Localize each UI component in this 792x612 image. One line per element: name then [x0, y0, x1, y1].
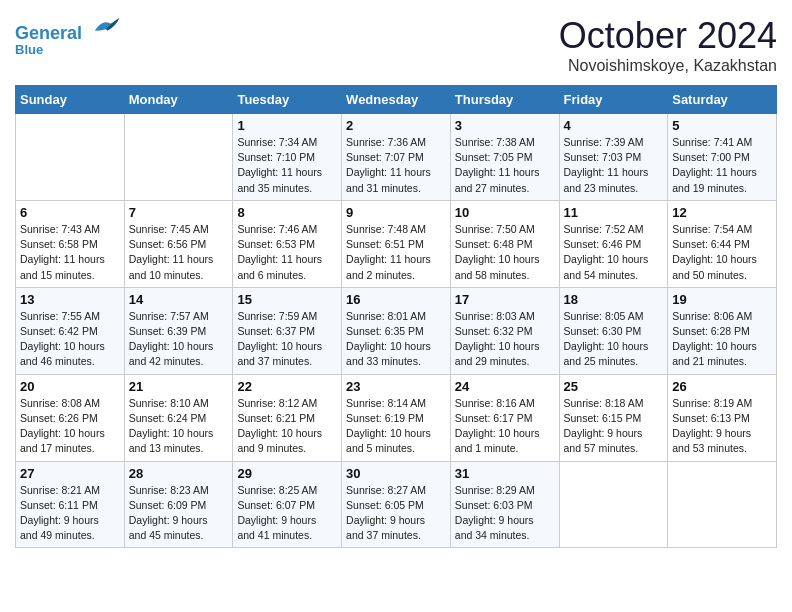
day-info: Sunrise: 7:48 AM Sunset: 6:51 PM Dayligh… — [346, 222, 446, 283]
day-number: 30 — [346, 466, 446, 481]
calendar-cell: 27Sunrise: 8:21 AM Sunset: 6:11 PM Dayli… — [16, 461, 125, 548]
weekday-header: Wednesday — [342, 86, 451, 114]
day-info: Sunrise: 8:08 AM Sunset: 6:26 PM Dayligh… — [20, 396, 120, 457]
calendar-cell: 22Sunrise: 8:12 AM Sunset: 6:21 PM Dayli… — [233, 374, 342, 461]
calendar-cell: 21Sunrise: 8:10 AM Sunset: 6:24 PM Dayli… — [124, 374, 233, 461]
day-number: 14 — [129, 292, 229, 307]
day-number: 31 — [455, 466, 555, 481]
logo-text: General — [15, 15, 121, 44]
day-info: Sunrise: 8:27 AM Sunset: 6:05 PM Dayligh… — [346, 483, 446, 544]
day-number: 15 — [237, 292, 337, 307]
day-info: Sunrise: 7:57 AM Sunset: 6:39 PM Dayligh… — [129, 309, 229, 370]
day-number: 1 — [237, 118, 337, 133]
day-number: 2 — [346, 118, 446, 133]
calendar-cell: 20Sunrise: 8:08 AM Sunset: 6:26 PM Dayli… — [16, 374, 125, 461]
day-info: Sunrise: 7:36 AM Sunset: 7:07 PM Dayligh… — [346, 135, 446, 196]
day-info: Sunrise: 7:55 AM Sunset: 6:42 PM Dayligh… — [20, 309, 120, 370]
weekday-header-row: SundayMondayTuesdayWednesdayThursdayFrid… — [16, 86, 777, 114]
day-number: 21 — [129, 379, 229, 394]
calendar-cell: 7Sunrise: 7:45 AM Sunset: 6:56 PM Daylig… — [124, 200, 233, 287]
month-title: October 2024 — [559, 15, 777, 57]
calendar-cell: 11Sunrise: 7:52 AM Sunset: 6:46 PM Dayli… — [559, 200, 668, 287]
calendar-cell: 2Sunrise: 7:36 AM Sunset: 7:07 PM Daylig… — [342, 114, 451, 201]
day-number: 4 — [564, 118, 664, 133]
calendar-table: SundayMondayTuesdayWednesdayThursdayFrid… — [15, 85, 777, 548]
day-info: Sunrise: 7:46 AM Sunset: 6:53 PM Dayligh… — [237, 222, 337, 283]
title-section: October 2024 Novoishimskoye, Kazakhstan — [559, 15, 777, 75]
calendar-cell: 14Sunrise: 7:57 AM Sunset: 6:39 PM Dayli… — [124, 287, 233, 374]
day-info: Sunrise: 8:16 AM Sunset: 6:17 PM Dayligh… — [455, 396, 555, 457]
day-info: Sunrise: 7:34 AM Sunset: 7:10 PM Dayligh… — [237, 135, 337, 196]
calendar-cell: 17Sunrise: 8:03 AM Sunset: 6:32 PM Dayli… — [450, 287, 559, 374]
logo-bird-icon — [91, 15, 121, 39]
calendar-cell: 6Sunrise: 7:43 AM Sunset: 6:58 PM Daylig… — [16, 200, 125, 287]
calendar-cell: 16Sunrise: 8:01 AM Sunset: 6:35 PM Dayli… — [342, 287, 451, 374]
day-number: 3 — [455, 118, 555, 133]
calendar-cell: 31Sunrise: 8:29 AM Sunset: 6:03 PM Dayli… — [450, 461, 559, 548]
day-number: 11 — [564, 205, 664, 220]
day-number: 27 — [20, 466, 120, 481]
logo-blue: Blue — [15, 42, 121, 57]
calendar-cell: 5Sunrise: 7:41 AM Sunset: 7:00 PM Daylig… — [668, 114, 777, 201]
calendar-cell: 15Sunrise: 7:59 AM Sunset: 6:37 PM Dayli… — [233, 287, 342, 374]
day-info: Sunrise: 7:50 AM Sunset: 6:48 PM Dayligh… — [455, 222, 555, 283]
calendar-week-row: 20Sunrise: 8:08 AM Sunset: 6:26 PM Dayli… — [16, 374, 777, 461]
day-number: 12 — [672, 205, 772, 220]
day-info: Sunrise: 8:23 AM Sunset: 6:09 PM Dayligh… — [129, 483, 229, 544]
day-number: 29 — [237, 466, 337, 481]
day-info: Sunrise: 8:19 AM Sunset: 6:13 PM Dayligh… — [672, 396, 772, 457]
calendar-cell: 12Sunrise: 7:54 AM Sunset: 6:44 PM Dayli… — [668, 200, 777, 287]
day-number: 19 — [672, 292, 772, 307]
calendar-cell: 19Sunrise: 8:06 AM Sunset: 6:28 PM Dayli… — [668, 287, 777, 374]
day-info: Sunrise: 7:59 AM Sunset: 6:37 PM Dayligh… — [237, 309, 337, 370]
day-number: 9 — [346, 205, 446, 220]
day-number: 7 — [129, 205, 229, 220]
page-header: General Blue October 2024 Novoishimskoye… — [15, 15, 777, 75]
day-info: Sunrise: 7:41 AM Sunset: 7:00 PM Dayligh… — [672, 135, 772, 196]
calendar-week-row: 6Sunrise: 7:43 AM Sunset: 6:58 PM Daylig… — [16, 200, 777, 287]
calendar-cell: 8Sunrise: 7:46 AM Sunset: 6:53 PM Daylig… — [233, 200, 342, 287]
day-number: 8 — [237, 205, 337, 220]
day-number: 23 — [346, 379, 446, 394]
day-number: 13 — [20, 292, 120, 307]
day-info: Sunrise: 7:54 AM Sunset: 6:44 PM Dayligh… — [672, 222, 772, 283]
day-info: Sunrise: 7:43 AM Sunset: 6:58 PM Dayligh… — [20, 222, 120, 283]
day-info: Sunrise: 8:25 AM Sunset: 6:07 PM Dayligh… — [237, 483, 337, 544]
day-info: Sunrise: 7:39 AM Sunset: 7:03 PM Dayligh… — [564, 135, 664, 196]
day-number: 17 — [455, 292, 555, 307]
calendar-cell: 26Sunrise: 8:19 AM Sunset: 6:13 PM Dayli… — [668, 374, 777, 461]
day-info: Sunrise: 8:06 AM Sunset: 6:28 PM Dayligh… — [672, 309, 772, 370]
day-number: 18 — [564, 292, 664, 307]
day-info: Sunrise: 7:45 AM Sunset: 6:56 PM Dayligh… — [129, 222, 229, 283]
calendar-cell — [668, 461, 777, 548]
day-info: Sunrise: 8:10 AM Sunset: 6:24 PM Dayligh… — [129, 396, 229, 457]
calendar-cell: 13Sunrise: 7:55 AM Sunset: 6:42 PM Dayli… — [16, 287, 125, 374]
weekday-header: Friday — [559, 86, 668, 114]
day-number: 16 — [346, 292, 446, 307]
day-info: Sunrise: 8:18 AM Sunset: 6:15 PM Dayligh… — [564, 396, 664, 457]
calendar-cell: 3Sunrise: 7:38 AM Sunset: 7:05 PM Daylig… — [450, 114, 559, 201]
day-info: Sunrise: 7:38 AM Sunset: 7:05 PM Dayligh… — [455, 135, 555, 196]
day-number: 10 — [455, 205, 555, 220]
weekday-header: Monday — [124, 86, 233, 114]
logo: General Blue — [15, 15, 121, 57]
day-number: 26 — [672, 379, 772, 394]
calendar-cell: 18Sunrise: 8:05 AM Sunset: 6:30 PM Dayli… — [559, 287, 668, 374]
weekday-header: Sunday — [16, 86, 125, 114]
calendar-week-row: 27Sunrise: 8:21 AM Sunset: 6:11 PM Dayli… — [16, 461, 777, 548]
weekday-header: Thursday — [450, 86, 559, 114]
location: Novoishimskoye, Kazakhstan — [559, 57, 777, 75]
day-info: Sunrise: 8:21 AM Sunset: 6:11 PM Dayligh… — [20, 483, 120, 544]
calendar-cell: 4Sunrise: 7:39 AM Sunset: 7:03 PM Daylig… — [559, 114, 668, 201]
day-info: Sunrise: 7:52 AM Sunset: 6:46 PM Dayligh… — [564, 222, 664, 283]
day-number: 25 — [564, 379, 664, 394]
day-number: 22 — [237, 379, 337, 394]
logo-general: General — [15, 23, 82, 43]
day-info: Sunrise: 8:03 AM Sunset: 6:32 PM Dayligh… — [455, 309, 555, 370]
calendar-cell: 25Sunrise: 8:18 AM Sunset: 6:15 PM Dayli… — [559, 374, 668, 461]
calendar-cell — [559, 461, 668, 548]
day-info: Sunrise: 8:12 AM Sunset: 6:21 PM Dayligh… — [237, 396, 337, 457]
calendar-cell: 30Sunrise: 8:27 AM Sunset: 6:05 PM Dayli… — [342, 461, 451, 548]
day-number: 28 — [129, 466, 229, 481]
day-info: Sunrise: 8:01 AM Sunset: 6:35 PM Dayligh… — [346, 309, 446, 370]
